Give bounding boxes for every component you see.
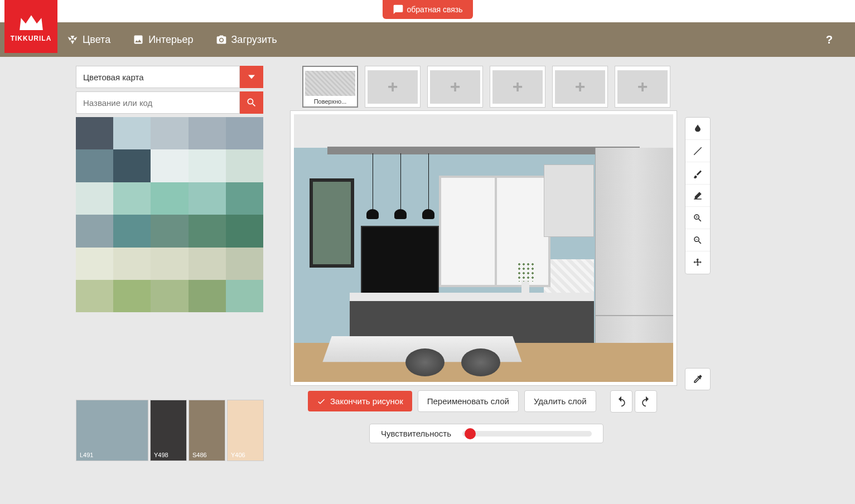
sensitivity-row: Чувствительность: [369, 424, 603, 443]
tool-brush[interactable]: [685, 162, 710, 185]
palette-swatch[interactable]: [189, 280, 226, 312]
plus-icon: +: [637, 76, 648, 97]
svg-point-0: [220, 38, 223, 41]
palette-swatch[interactable]: [226, 280, 263, 312]
undo-redo: [610, 390, 657, 413]
palette-swatch[interactable]: [151, 248, 188, 280]
rename-button[interactable]: Переименовать слой: [418, 390, 519, 412]
thumb-preview: [305, 71, 355, 96]
fan-icon: [67, 34, 78, 45]
palette-swatch[interactable]: [226, 182, 263, 215]
thumb-add-2[interactable]: +: [427, 66, 483, 108]
thumb-add-4[interactable]: +: [552, 66, 608, 108]
selected-swatch[interactable]: L491: [76, 400, 148, 461]
plus-icon: +: [575, 76, 586, 97]
thumb-add-3[interactable]: +: [490, 66, 545, 108]
palette-swatch[interactable]: [76, 182, 113, 215]
palette-swatch[interactable]: [151, 215, 188, 247]
palette-swatch[interactable]: [151, 182, 188, 215]
feedback-label: обратная связь: [407, 5, 462, 14]
search-button[interactable]: [240, 91, 263, 114]
plus-icon: +: [450, 76, 461, 97]
palette-swatch[interactable]: [76, 248, 113, 280]
search-icon: [246, 97, 257, 108]
palette-swatch[interactable]: [226, 149, 263, 182]
dropdown-caret[interactable]: [240, 66, 263, 88]
plus-icon: +: [388, 76, 398, 97]
brush-icon: [693, 168, 703, 178]
tool-eyedropper[interactable]: [685, 368, 711, 390]
selected-swatch[interactable]: Y406: [227, 400, 264, 461]
tool-fill[interactable]: [685, 118, 710, 140]
palette-swatch[interactable]: [76, 215, 113, 247]
tool-move[interactable]: [685, 251, 710, 274]
palette-swatch[interactable]: [226, 215, 263, 247]
canvas-wrap: [290, 110, 677, 386]
line-icon: [693, 146, 703, 156]
camera-icon: [216, 34, 227, 45]
palette-swatch[interactable]: [151, 117, 188, 149]
surface-thumbs: Поверхно... + + + + +: [302, 66, 670, 108]
selected-swatch[interactable]: S486: [189, 400, 225, 461]
selected-colors: L491Y498S486Y406: [76, 400, 264, 461]
tool-zoom-out[interactable]: [685, 229, 710, 251]
nav-help[interactable]: ?: [826, 33, 833, 46]
tool-eraser[interactable]: [685, 185, 710, 207]
palette-swatch[interactable]: [76, 280, 113, 312]
left-panel: Цветовая карта: [76, 66, 263, 312]
canvas[interactable]: [294, 114, 673, 382]
palette-grid[interactable]: [76, 117, 263, 312]
logo[interactable]: TIKKURILA: [4, 0, 57, 53]
action-row: Закончить рисунок Переименовать слой Уда…: [308, 390, 596, 412]
sensitivity-slider[interactable]: [462, 431, 592, 437]
thumb-label: Поверхно...: [305, 98, 355, 105]
palette-swatch[interactable]: [76, 149, 113, 182]
selected-swatch-label: L491: [80, 452, 93, 458]
palette-swatch[interactable]: [226, 117, 263, 149]
feedback-button[interactable]: обратная связь: [382, 0, 472, 19]
nav-colors-label: Цвета: [83, 34, 110, 46]
palette-swatch[interactable]: [113, 248, 151, 280]
move-icon: [693, 258, 703, 268]
selected-swatch[interactable]: Y498: [150, 400, 187, 461]
palette-swatch[interactable]: [189, 117, 226, 149]
nav-interior[interactable]: Интерьер: [133, 34, 193, 46]
undo-icon: [616, 396, 627, 407]
palette-swatch[interactable]: [189, 215, 226, 247]
palette-swatch[interactable]: [151, 149, 188, 182]
palette-swatch[interactable]: [113, 149, 151, 182]
kitchen-scene: [294, 114, 673, 382]
delete-button[interactable]: Удалить слой: [524, 390, 596, 412]
palette-swatch[interactable]: [189, 248, 226, 280]
eyedropper-icon: [692, 374, 703, 385]
palette-swatch[interactable]: [113, 215, 151, 247]
palette-swatch[interactable]: [189, 149, 226, 182]
tool-zoom-in[interactable]: [685, 207, 710, 229]
undo-button[interactable]: [610, 390, 632, 413]
redo-button[interactable]: [635, 390, 657, 413]
palette-swatch[interactable]: [113, 280, 151, 312]
thumb-add-5[interactable]: +: [615, 66, 670, 108]
finish-button[interactable]: Закончить рисунок: [308, 391, 412, 411]
redo-icon: [640, 396, 651, 407]
nav-upload[interactable]: Загрузить: [216, 34, 277, 46]
palette-swatch[interactable]: [151, 280, 188, 312]
selected-swatch-label: S486: [192, 452, 207, 458]
search-input[interactable]: [76, 91, 240, 114]
palette-swatch[interactable]: [113, 182, 151, 215]
thumb-add-1[interactable]: +: [365, 66, 421, 108]
palette-swatch[interactable]: [76, 117, 113, 149]
thumb-surface-active[interactable]: Поверхно...: [302, 66, 358, 108]
sensitivity-label: Чувствительность: [381, 429, 451, 438]
plus-icon: +: [513, 76, 523, 97]
tool-line[interactable]: [685, 140, 710, 162]
logo-text: TIKKURILA: [11, 35, 52, 42]
navbar: Цвета Интерьер Загрузить ?: [0, 22, 855, 57]
selected-swatch-label: Y406: [231, 452, 245, 458]
palette-swatch[interactable]: [189, 182, 226, 215]
palette-swatch[interactable]: [113, 117, 151, 149]
color-map-dropdown[interactable]: Цветовая карта: [76, 66, 263, 88]
palette-swatch[interactable]: [226, 248, 263, 280]
nav-colors[interactable]: Цвета: [67, 34, 110, 46]
slider-thumb[interactable]: [465, 428, 476, 439]
